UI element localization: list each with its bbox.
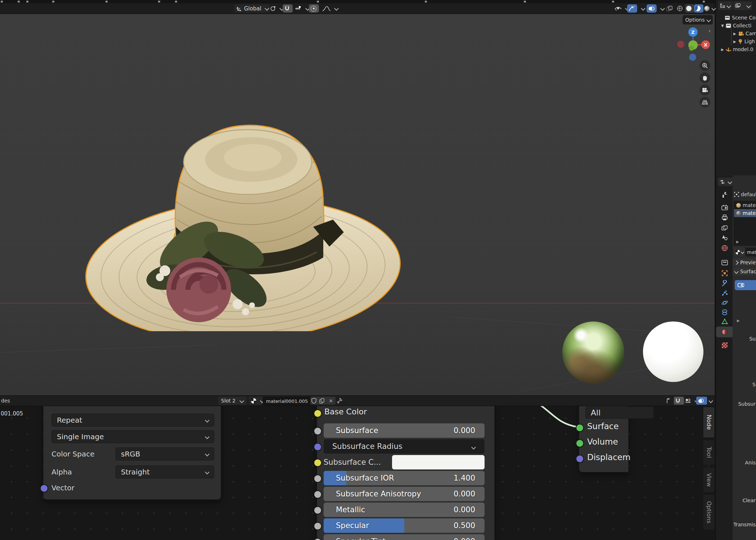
subsurface-slider[interactable]: Subsurface 0.000 — [324, 423, 485, 438]
subsurface-radius-dropdown[interactable]: Subsurface Radius — [324, 439, 485, 454]
outliner-item-scene-collection[interactable]: Scene Colle — [716, 14, 756, 22]
outliner-item-model[interactable]: ▶ model.0 — [716, 45, 756, 53]
unlink-material-button[interactable]: × — [326, 397, 336, 405]
subsurface-color-socket[interactable] — [314, 459, 322, 467]
subsurface-anisotropy-slider[interactable]: Subsurface Anisotropy 0.000 — [324, 487, 485, 501]
shader-editor-canvas[interactable]: 001.005 Repeat Single Image Color Space … — [0, 405, 715, 540]
disclosure-down-icon[interactable]: ▼ — [721, 24, 724, 28]
color-space-dropdown[interactable]: sRGB — [116, 447, 214, 460]
tab-options[interactable]: Options — [703, 495, 715, 530]
outliner-item-collection[interactable]: ▼ Collecti — [716, 22, 756, 30]
subsurface-radius-socket[interactable] — [314, 443, 322, 451]
alpha-dropdown[interactable]: Straight — [116, 465, 214, 478]
xray-toggle[interactable] — [665, 4, 676, 13]
material-slot-dropdown[interactable]: Slot 2 — [218, 397, 246, 405]
extension-dropdown[interactable]: Repeat — [51, 414, 214, 427]
perspective-toggle-button[interactable] — [699, 97, 710, 108]
tab-object[interactable] — [721, 270, 728, 277]
subsurface-ior-slider[interactable]: Subsurface IOR 1.400 — [324, 471, 485, 485]
snap-toggle[interactable] — [283, 4, 293, 13]
navigation-gizmo[interactable]: Z X — [672, 24, 712, 64]
outliner-item-light[interactable]: ▶ Ligh — [716, 37, 756, 45]
volume-input-socket[interactable] — [576, 439, 584, 447]
tab-tool[interactable]: Tool — [703, 440, 715, 465]
metallic-slider[interactable]: Metallic 0.000 — [324, 503, 485, 517]
subsurface-ior-socket[interactable] — [314, 474, 322, 483]
node-snap-toggle[interactable] — [674, 397, 684, 405]
tab-output[interactable] — [721, 214, 728, 221]
tab-view[interactable]: View — [703, 467, 715, 492]
disclosure-right-icon[interactable]: ▶ — [733, 40, 736, 44]
tab-constraints[interactable] — [721, 309, 728, 316]
show-gizmo-toggle[interactable] — [627, 4, 637, 13]
tab-object-data[interactable] — [721, 318, 728, 325]
outliner-filter-dropdown[interactable] — [733, 1, 752, 10]
slot-specials-arrow[interactable]: ▶ — [736, 240, 739, 244]
specular-slider[interactable]: Specular 0.500 — [324, 518, 485, 533]
material-slot-row-selected[interactable]: materi — [734, 209, 756, 217]
proportional-falloff-dropdown[interactable] — [320, 4, 341, 13]
outliner-display-mode-dropdown[interactable] — [718, 1, 732, 10]
specular-socket[interactable] — [314, 522, 322, 530]
zoom-button[interactable] — [699, 60, 710, 71]
node-overlays-dropdown[interactable] — [706, 397, 714, 405]
principled-bsdf-node[interactable]: Base Color Subsurface 0.000 Subsurface R… — [317, 405, 495, 540]
viewport-3d[interactable]: Z X ‹ — [0, 14, 715, 395]
outliner-item-camera[interactable]: ▶ Cam — [716, 30, 756, 37]
disclosure-right-icon[interactable]: ▶ — [721, 48, 724, 51]
tab-node[interactable]: Node — [703, 407, 715, 438]
subsurface-socket[interactable] — [314, 427, 322, 435]
gizmo-minus-x[interactable] — [677, 41, 684, 48]
tab-particles[interactable] — [721, 289, 728, 297]
tab-material[interactable] — [721, 328, 728, 336]
tab-world[interactable] — [721, 244, 728, 252]
panel-arrow[interactable]: ▶ — [737, 319, 740, 323]
show-overlays-toggle[interactable] — [647, 4, 657, 13]
sidebar-collapse-arrow[interactable]: ‹ — [708, 27, 711, 34]
tab-modifiers[interactable] — [721, 280, 728, 287]
gizmo-minus-z[interactable] — [689, 54, 696, 61]
properties-editor-type-dropdown[interactable] — [718, 177, 733, 186]
proportional-editing-toggle[interactable] — [309, 4, 319, 13]
tab-view-layer[interactable] — [721, 225, 728, 232]
browse-material-button[interactable] — [734, 248, 745, 256]
preview-panel-header[interactable]: Preview — [733, 258, 756, 266]
shading-material-preview-button[interactable] — [694, 4, 703, 13]
breadcrumb[interactable]: defaulto — [734, 192, 756, 197]
tab-texture[interactable] — [721, 342, 728, 349]
surface-panel-header[interactable]: Surface — [733, 267, 756, 275]
output-target-dropdown[interactable]: All — [585, 406, 654, 419]
gizmo-dropdown[interactable] — [637, 4, 647, 13]
image-texture-node[interactable]: Repeat Single Image Color Space sRGB Alp… — [43, 405, 221, 500]
pan-hand-button[interactable] — [699, 72, 710, 83]
pin-button[interactable] — [336, 397, 343, 405]
source-dropdown[interactable]: Single Image — [51, 430, 214, 443]
tab-collection-props[interactable] — [721, 259, 728, 266]
transform-orientation-dropdown[interactable]: Global — [234, 4, 270, 13]
subsurface-color-swatch[interactable] — [392, 455, 485, 469]
material-slot-row[interactable]: materi — [734, 201, 756, 209]
shading-wireframe-button[interactable] — [676, 4, 685, 13]
camera-view-button[interactable] — [699, 85, 710, 95]
browse-material-dropdown[interactable] — [249, 397, 263, 405]
tab-physics[interactable] — [721, 299, 728, 306]
tab-tool-settings[interactable] — [721, 191, 728, 198]
shading-solid-button[interactable] — [685, 4, 694, 13]
material-output-node[interactable]: All Surface Volume Displacem — [579, 405, 629, 472]
surface-shader-button[interactable] — [735, 280, 756, 290]
displacement-input-socket[interactable] — [576, 455, 584, 463]
specular-tint-slider[interactable]: Specular Tint 0.000 — [324, 534, 485, 540]
tab-scene[interactable] — [721, 234, 728, 241]
node-overlays-toggle[interactable] — [696, 397, 707, 405]
surface-input-socket[interactable] — [576, 424, 584, 432]
tab-render[interactable] — [721, 204, 728, 211]
specular-tint-socket[interactable] — [314, 538, 322, 540]
material-name-field[interactable]: mate — [745, 248, 756, 256]
hat-model[interactable] — [83, 108, 407, 331]
shading-dropdown[interactable] — [707, 4, 718, 13]
metallic-socket[interactable] — [314, 506, 322, 514]
vector-input-socket[interactable] — [40, 484, 48, 492]
disclosure-right-icon[interactable]: ▶ — [733, 32, 736, 36]
base-color-input-socket[interactable] — [314, 409, 322, 418]
material-name-field[interactable]: material0001.005 — [263, 397, 315, 405]
